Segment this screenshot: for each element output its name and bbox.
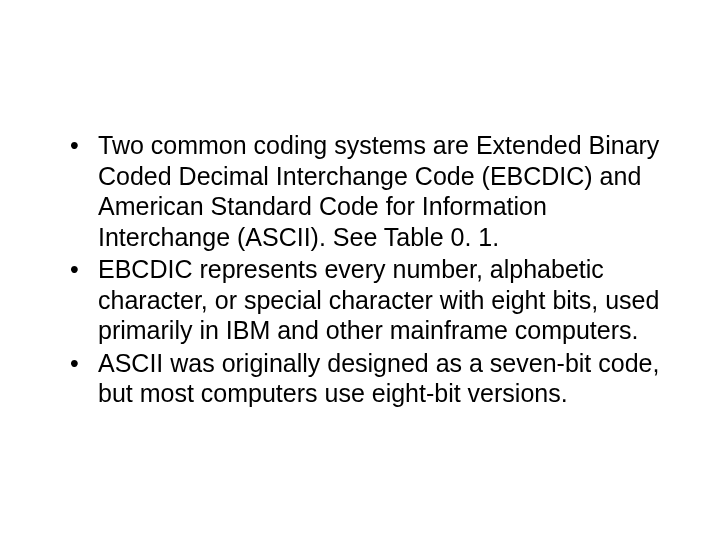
bullet-icon: •: [70, 348, 79, 379]
list-item: • Two common coding systems are Extended…: [60, 130, 680, 252]
bullet-list: • Two common coding systems are Extended…: [60, 130, 680, 409]
slide: • Two common coding systems are Extended…: [0, 0, 720, 540]
list-item: • EBCDIC represents every number, alphab…: [60, 254, 680, 346]
list-item: • ASCII was originally designed as a sev…: [60, 348, 680, 409]
list-item-text: EBCDIC represents every number, alphabet…: [98, 255, 659, 344]
list-item-text: Two common coding systems are Extended B…: [98, 131, 659, 251]
bullet-icon: •: [70, 254, 79, 285]
bullet-icon: •: [70, 130, 79, 161]
list-item-text: ASCII was originally designed as a seven…: [98, 349, 659, 408]
